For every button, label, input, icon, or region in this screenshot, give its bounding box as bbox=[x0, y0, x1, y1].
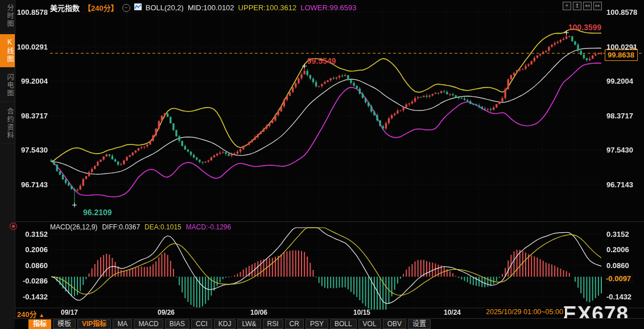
toolbar-item[interactable]: KDJ bbox=[214, 319, 236, 329]
main-chart-canvas[interactable] bbox=[0, 0, 644, 329]
interim-high-annotation: 99.5549 bbox=[307, 56, 336, 65]
toolbar-item[interactable]: BIAS bbox=[165, 319, 189, 329]
macd-dea-value: DEA:0.1015 bbox=[145, 223, 181, 231]
macd-axis-label-right: 0.3152 bbox=[606, 230, 629, 238]
price-up-arrow-icon: ▲ bbox=[631, 45, 637, 51]
x-axis-tick: 09/26 bbox=[158, 309, 175, 316]
chart-header: 美元指数 【240分】 − BOLL(20,2) MID:100.0102 UP… bbox=[50, 2, 357, 13]
sidebar-tab[interactable]: 分时图 bbox=[0, 0, 15, 32]
chart-app: 分时图K线图闪电图合约资料 美元指数 【240分】 − BOLL(20,2) M… bbox=[0, 0, 644, 329]
macd-axis-label-right: 0.0860 bbox=[606, 261, 629, 270]
x-axis-tick: 10/06 bbox=[250, 309, 267, 316]
sidebar-tab[interactable]: K线图 bbox=[0, 34, 15, 68]
main-axis-label-right: 97.5430 bbox=[606, 146, 633, 154]
sidebar-tab[interactable]: 合约资料 bbox=[0, 104, 15, 144]
symbol-title: 美元指数 bbox=[50, 2, 80, 13]
x-axis-tick: 10/15 bbox=[353, 309, 370, 316]
toolbar-item[interactable]: MACD bbox=[134, 319, 163, 329]
main-axis-label-right: 96.7143 bbox=[606, 180, 633, 189]
macd-axis-label-right: -0.1432 bbox=[606, 293, 631, 301]
indicator-chart-icon[interactable] bbox=[134, 3, 142, 12]
boll-mid-value: MID:100.0102 bbox=[188, 3, 234, 12]
period-badge[interactable]: 【240分】 bbox=[84, 2, 118, 13]
sidebar-tab[interactable]: 闪电图 bbox=[0, 69, 15, 102]
macd-header: MACD(26,12,9) DIFF:0.0367 DEA:0.1015 MAC… bbox=[50, 223, 231, 231]
chart-tools: +↥↤↦ bbox=[563, 2, 602, 10]
toolbar-item[interactable]: BOLL bbox=[330, 319, 357, 329]
toolbar-item[interactable]: RSI bbox=[263, 319, 283, 329]
collapse-icon[interactable]: − bbox=[122, 4, 130, 12]
indicator-toolbar: 指标模板VIP指标MAMACDBIASCCIKDJLW&RSICRPSYBOLL… bbox=[15, 318, 644, 329]
boll-label: BOLL(20,2) bbox=[146, 3, 184, 12]
current-price-badge: 99.8638 bbox=[605, 50, 638, 61]
chart-tool-button[interactable]: ↥ bbox=[573, 2, 581, 10]
toolbar-item[interactable]: 指标 bbox=[28, 319, 51, 329]
toolbar-item[interactable]: 模板 bbox=[53, 319, 76, 329]
toolbar-item[interactable]: OBV bbox=[383, 319, 406, 329]
boll-lower-value: LOWER:99.6593 bbox=[300, 3, 356, 12]
main-axis-label-right: 100.8578 bbox=[606, 8, 637, 17]
chart-tool-button[interactable]: ↤ bbox=[583, 2, 592, 10]
x-axis-tick: 09/17 bbox=[61, 309, 78, 316]
macd-diff-value: DIFF:0.0367 bbox=[102, 223, 140, 231]
toolbar-item[interactable]: 设置 bbox=[408, 319, 431, 329]
dropdown-arrow-icon: ▲ bbox=[39, 312, 44, 318]
toolbar-item[interactable]: VIP指标 bbox=[77, 319, 111, 329]
low-price-annotation: 96.2109 bbox=[83, 208, 112, 217]
macd-axis-label-right: 0.2006 bbox=[606, 245, 629, 254]
boll-upper-value: UPPER:100.3612 bbox=[238, 3, 297, 12]
left-sidebar: 分时图K线图闪电图合约资料 bbox=[0, 0, 15, 329]
toolbar-item[interactable]: VOL bbox=[358, 319, 381, 329]
toolbar-item[interactable]: CR bbox=[285, 319, 304, 329]
main-axis-label-right: 98.3717 bbox=[606, 112, 633, 120]
last-candle-date: 2025/10/29 01:00~05:00 bbox=[484, 308, 565, 316]
toolbar-item[interactable]: LW& bbox=[237, 319, 261, 329]
crosshair-target-icon[interactable] bbox=[10, 223, 17, 230]
macd-current-badge: -0.0097 bbox=[605, 274, 633, 283]
chart-tool-button[interactable]: + bbox=[563, 2, 571, 10]
macd-macd-value: MACD:-0.1296 bbox=[186, 223, 231, 231]
toolbar-item[interactable]: MA bbox=[113, 319, 132, 329]
main-axis-label-right: 99.2004 bbox=[606, 77, 633, 85]
high-price-annotation: 100.3599 bbox=[568, 23, 601, 32]
macd-title: MACD(26,12,9) bbox=[50, 223, 97, 231]
toolbar-item[interactable]: CCI bbox=[191, 319, 212, 329]
toolbar-item[interactable]: PSY bbox=[306, 319, 328, 329]
chart-tool-button[interactable]: ↦ bbox=[593, 2, 602, 10]
x-axis-tick: 10/24 bbox=[444, 309, 461, 316]
